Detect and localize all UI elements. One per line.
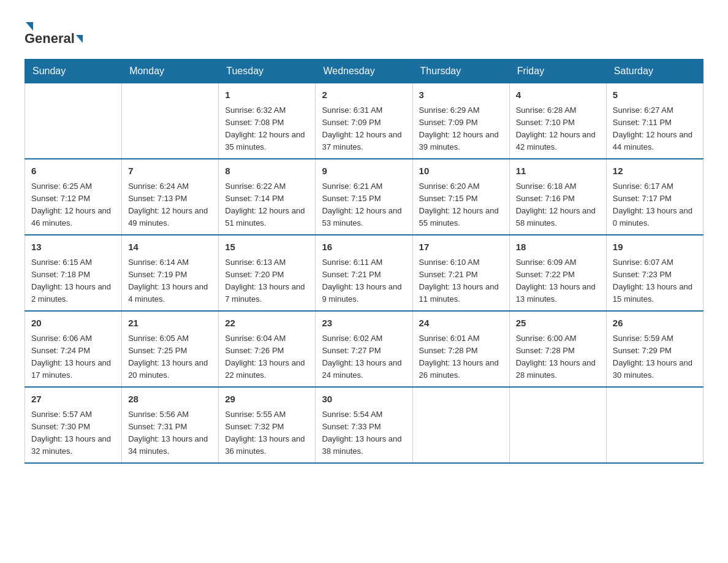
weekday-header-tuesday: Tuesday [219,59,316,83]
calendar-cell: 22Sunrise: 6:04 AMSunset: 7:26 PMDayligh… [219,311,316,387]
weekday-header-sunday: Sunday [25,59,122,83]
day-number: 21 [128,316,212,331]
day-info: Sunrise: 6:31 AMSunset: 7:09 PMDaylight:… [322,104,406,154]
calendar-cell [25,83,122,159]
day-number: 12 [613,164,697,178]
day-info: Sunrise: 6:17 AMSunset: 7:17 PMDaylight:… [613,180,697,230]
calendar-cell: 13Sunrise: 6:15 AMSunset: 7:18 PMDayligh… [25,235,122,311]
calendar-cell: 9Sunrise: 6:21 AMSunset: 7:15 PMDaylight… [316,159,412,235]
day-number: 6 [31,164,115,178]
day-info: Sunrise: 6:05 AMSunset: 7:25 PMDaylight:… [128,332,212,382]
week-row-4: 20Sunrise: 6:06 AMSunset: 7:24 PMDayligh… [25,311,703,387]
day-info: Sunrise: 6:29 AMSunset: 7:09 PMDaylight:… [419,104,503,154]
calendar-cell [509,387,606,463]
day-number: 3 [419,88,503,102]
day-info: Sunrise: 6:28 AMSunset: 7:10 PMDaylight:… [516,104,600,154]
day-info: Sunrise: 6:15 AMSunset: 7:18 PMDaylight:… [31,256,115,306]
day-info: Sunrise: 6:06 AMSunset: 7:24 PMDaylight:… [31,332,115,382]
day-info: Sunrise: 6:01 AMSunset: 7:28 PMDaylight:… [419,332,503,382]
week-row-2: 6Sunrise: 6:25 AMSunset: 7:12 PMDaylight… [25,159,703,235]
day-number: 9 [322,164,406,178]
calendar-cell: 21Sunrise: 6:05 AMSunset: 7:25 PMDayligh… [122,311,219,387]
day-info: Sunrise: 6:18 AMSunset: 7:16 PMDaylight:… [516,180,600,230]
weekday-header-monday: Monday [122,59,219,83]
calendar-cell [412,387,509,463]
day-number: 20 [31,316,115,331]
day-number: 18 [516,240,600,255]
day-number: 19 [613,240,697,255]
week-row-1: 1Sunrise: 6:32 AMSunset: 7:08 PMDaylight… [25,83,703,159]
calendar-cell: 14Sunrise: 6:14 AMSunset: 7:19 PMDayligh… [122,235,219,311]
calendar-cell: 26Sunrise: 5:59 AMSunset: 7:29 PMDayligh… [606,311,703,387]
calendar-cell: 25Sunrise: 6:00 AMSunset: 7:28 PMDayligh… [509,311,606,387]
day-info: Sunrise: 6:24 AMSunset: 7:13 PMDaylight:… [128,180,212,230]
calendar-header-row: SundayMondayTuesdayWednesdayThursdayFrid… [25,59,703,83]
page-header: General [25,18,703,47]
day-info: Sunrise: 5:56 AMSunset: 7:31 PMDaylight:… [128,408,212,458]
day-info: Sunrise: 5:54 AMSunset: 7:33 PMDaylight:… [322,408,406,458]
day-info: Sunrise: 6:20 AMSunset: 7:15 PMDaylight:… [419,180,503,230]
day-info: Sunrise: 6:00 AMSunset: 7:28 PMDaylight:… [516,332,600,382]
day-number: 30 [322,393,406,407]
day-number: 14 [128,240,212,255]
day-info: Sunrise: 6:25 AMSunset: 7:12 PMDaylight:… [31,180,115,230]
day-info: Sunrise: 6:22 AMSunset: 7:14 PMDaylight:… [225,180,309,230]
logo-arrow-icon [26,22,33,31]
calendar-cell: 15Sunrise: 6:13 AMSunset: 7:20 PMDayligh… [219,235,316,311]
calendar-cell: 19Sunrise: 6:07 AMSunset: 7:23 PMDayligh… [606,235,703,311]
weekday-header-thursday: Thursday [412,59,509,83]
calendar-cell [606,387,703,463]
day-number: 4 [516,88,600,102]
day-info: Sunrise: 6:14 AMSunset: 7:19 PMDaylight:… [128,256,212,306]
day-number: 29 [225,393,309,407]
logo-triangle-icon [76,35,83,43]
calendar-cell [122,83,219,159]
calendar-cell: 23Sunrise: 6:02 AMSunset: 7:27 PMDayligh… [316,311,412,387]
day-info: Sunrise: 6:32 AMSunset: 7:08 PMDaylight:… [225,104,309,154]
day-number: 28 [128,393,212,407]
calendar-cell: 11Sunrise: 6:18 AMSunset: 7:16 PMDayligh… [509,159,606,235]
day-info: Sunrise: 5:57 AMSunset: 7:30 PMDaylight:… [31,408,115,458]
day-number: 1 [225,88,309,102]
day-info: Sunrise: 6:07 AMSunset: 7:23 PMDaylight:… [613,256,697,306]
calendar-cell: 1Sunrise: 6:32 AMSunset: 7:08 PMDaylight… [219,83,316,159]
weekday-header-friday: Friday [509,59,606,83]
day-number: 15 [225,240,309,255]
day-number: 13 [31,240,115,255]
day-number: 10 [419,164,503,178]
calendar-cell: 17Sunrise: 6:10 AMSunset: 7:21 PMDayligh… [412,235,509,311]
day-info: Sunrise: 6:21 AMSunset: 7:15 PMDaylight:… [322,180,406,230]
calendar-cell: 12Sunrise: 6:17 AMSunset: 7:17 PMDayligh… [606,159,703,235]
day-number: 16 [322,240,406,255]
calendar-cell: 3Sunrise: 6:29 AMSunset: 7:09 PMDaylight… [412,83,509,159]
day-info: Sunrise: 6:10 AMSunset: 7:21 PMDaylight:… [419,256,503,306]
calendar-cell: 30Sunrise: 5:54 AMSunset: 7:33 PMDayligh… [316,387,412,463]
calendar-cell: 8Sunrise: 6:22 AMSunset: 7:14 PMDaylight… [219,159,316,235]
calendar-cell: 24Sunrise: 6:01 AMSunset: 7:28 PMDayligh… [412,311,509,387]
day-number: 11 [516,164,600,178]
day-info: Sunrise: 6:02 AMSunset: 7:27 PMDaylight:… [322,332,406,382]
calendar-cell: 27Sunrise: 5:57 AMSunset: 7:30 PMDayligh… [25,387,122,463]
day-number: 25 [516,316,600,331]
calendar-table: SundayMondayTuesdayWednesdayThursdayFrid… [25,59,703,464]
day-number: 7 [128,164,212,178]
weekday-header-saturday: Saturday [606,59,703,83]
weekday-header-wednesday: Wednesday [316,59,412,83]
day-info: Sunrise: 6:27 AMSunset: 7:11 PMDaylight:… [613,104,697,154]
calendar-cell: 6Sunrise: 6:25 AMSunset: 7:12 PMDaylight… [25,159,122,235]
week-row-3: 13Sunrise: 6:15 AMSunset: 7:18 PMDayligh… [25,235,703,311]
calendar-cell: 16Sunrise: 6:11 AMSunset: 7:21 PMDayligh… [316,235,412,311]
logo: General [25,18,84,47]
calendar-cell: 10Sunrise: 6:20 AMSunset: 7:15 PMDayligh… [412,159,509,235]
day-number: 26 [613,316,697,331]
day-number: 24 [419,316,503,331]
calendar-cell: 18Sunrise: 6:09 AMSunset: 7:22 PMDayligh… [509,235,606,311]
calendar-cell: 28Sunrise: 5:56 AMSunset: 7:31 PMDayligh… [122,387,219,463]
day-number: 23 [322,316,406,331]
day-info: Sunrise: 5:55 AMSunset: 7:32 PMDaylight:… [225,408,309,458]
day-info: Sunrise: 6:04 AMSunset: 7:26 PMDaylight:… [225,332,309,382]
day-number: 22 [225,316,309,331]
calendar-cell: 2Sunrise: 6:31 AMSunset: 7:09 PMDaylight… [316,83,412,159]
day-info: Sunrise: 6:09 AMSunset: 7:22 PMDaylight:… [516,256,600,306]
calendar-cell: 4Sunrise: 6:28 AMSunset: 7:10 PMDaylight… [509,83,606,159]
